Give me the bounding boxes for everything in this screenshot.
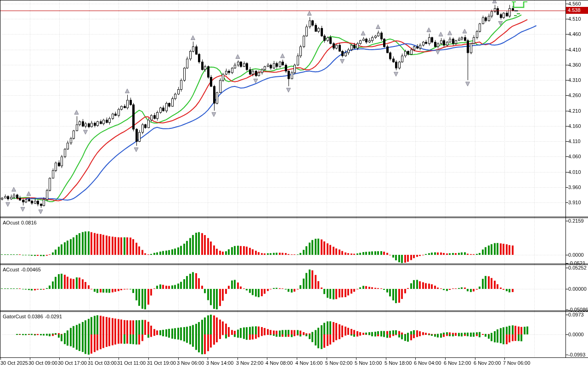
price-axis-label: 4.460 xyxy=(568,31,581,37)
ac-window-label: ACcust-0.00465 xyxy=(3,267,43,272)
time-axis-label: 31 Oct 11:00 xyxy=(117,360,146,366)
price-axis-label: 3.960 xyxy=(568,184,581,190)
price-axis-label: 4.060 xyxy=(568,154,581,159)
time-axis-label: 7 Nov 06:00 xyxy=(503,360,530,366)
indicator-axis-label: 0.0000 xyxy=(568,252,584,258)
indicator-axis-label: 0.0000 xyxy=(568,332,584,337)
price-axis-label: 4.210 xyxy=(568,108,581,114)
time-axis-label: 31 Oct 19:00 xyxy=(147,360,176,366)
price-axis-label: 4.110 xyxy=(568,138,581,144)
time-axis-label: 31 Oct 03:00 xyxy=(88,360,117,366)
indicator-axis-label: 0.05252 xyxy=(568,265,587,270)
price-axis-label: 4.360 xyxy=(568,62,581,68)
green-marker-icon[interactable] xyxy=(511,0,528,10)
ao-indicator-value: 0.0816 xyxy=(21,220,37,225)
time-axis-label: 6 Nov 04:00 xyxy=(414,360,441,366)
current-price-tag: 4.538 xyxy=(566,7,588,14)
time-axis-label: 4 Nov 08:00 xyxy=(266,360,293,366)
time-axis-label: 30 Oct 2025 xyxy=(0,360,28,366)
ao-window-label: AOcust0.0816 xyxy=(3,220,39,225)
time-axis-label: 5 Nov 02:00 xyxy=(325,360,352,366)
ac-indicator-name: ACcust xyxy=(3,267,19,272)
indicator-axis-label: 0.2159 xyxy=(568,218,584,224)
indicator-axis-label: 0.00000 xyxy=(568,286,587,292)
price-axis-label: 4.160 xyxy=(568,123,581,129)
time-axis-label: 3 Nov 06:00 xyxy=(177,360,204,366)
price-axis-label: 4.310 xyxy=(568,77,581,83)
green-tick-icon[interactable] xyxy=(514,12,521,17)
price-axis-label: 4.560 xyxy=(568,1,581,6)
price-axis-label: 4.260 xyxy=(568,92,581,98)
price-axis-label: 4.010 xyxy=(568,169,581,175)
time-axis-label: 30 Oct 17:00 xyxy=(58,360,87,366)
time-axis-label: 5 Nov 18:00 xyxy=(384,360,412,366)
ac-indicator-value: -0.00465 xyxy=(21,267,40,272)
indicator-axis-label: 0.0973 xyxy=(568,312,584,317)
gator-window-label: GatorCust0.0386-0.0291 xyxy=(3,314,64,319)
time-axis-label: 3 Nov 14:00 xyxy=(206,360,233,366)
gator-indicator-value1: 0.0386 xyxy=(28,314,43,319)
time-axis-label: 30 Oct 09:00 xyxy=(28,360,57,366)
price-axis-label: 4.410 xyxy=(568,47,581,52)
time-axis-label: 6 Nov 20:00 xyxy=(474,360,501,366)
chart-canvas[interactable] xyxy=(0,0,588,368)
ao-indicator-name: AOcust xyxy=(3,220,19,225)
chart-window: AOcust0.0816 ACcust-0.00465 GatorCust0.0… xyxy=(0,0,588,368)
gator-indicator-name: GatorCust xyxy=(3,314,26,319)
time-axis-label: 4 Nov 16:00 xyxy=(295,360,322,366)
time-axis-label: 6 Nov 12:00 xyxy=(444,360,471,366)
time-axis-label: 5 Nov 10:00 xyxy=(355,360,382,366)
price-axis-label: 3.910 xyxy=(568,200,581,205)
time-axis-label: 3 Nov 22:00 xyxy=(236,360,263,366)
gator-indicator-value2: -0.0291 xyxy=(45,314,62,319)
price-axis-label: 4.510 xyxy=(568,16,581,22)
indicator-axis-label: -0.0993 xyxy=(568,352,585,357)
